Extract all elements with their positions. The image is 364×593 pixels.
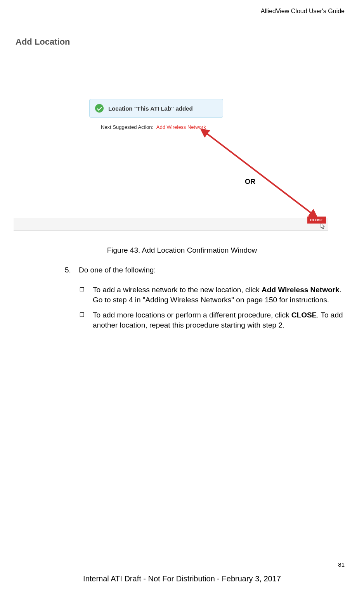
success-text: Location "This ATI Lab" added xyxy=(108,105,193,112)
next-action-label: Next Suggested Action: xyxy=(101,124,153,130)
dialog-footer-bar xyxy=(14,218,328,231)
bullet-text: To add more locations or perform a diffe… xyxy=(93,310,343,330)
bullet-text: To add a wireless network to the new loc… xyxy=(93,285,343,305)
list-item: ❐ To add a wireless network to the new l… xyxy=(80,285,343,305)
step-5: 5. Do one of the following: xyxy=(65,266,344,274)
step-number: 5. xyxy=(65,266,79,274)
cursor-icon xyxy=(320,223,327,230)
embedded-screenshot: Add Location Location "This ATI Lab" add… xyxy=(14,33,328,233)
or-label: OR xyxy=(245,178,255,186)
figure-caption: Figure 43. Add Location Confirmation Win… xyxy=(0,246,364,255)
list-item: ❐ To add more locations or perform a dif… xyxy=(80,310,343,330)
step-text: Do one of the following: xyxy=(79,266,156,274)
page-number: 81 xyxy=(338,561,345,568)
dialog-title: Add Location xyxy=(16,37,70,47)
check-icon xyxy=(95,104,104,113)
annotation-arrow xyxy=(198,128,318,219)
document-footer: Internal ATI Draft - Not For Distributio… xyxy=(0,574,364,583)
bullet-list: ❐ To add a wireless network to the new l… xyxy=(80,285,343,336)
close-button[interactable]: CLOSE xyxy=(307,217,326,224)
bullet-icon: ❐ xyxy=(80,285,93,305)
bullet-icon: ❐ xyxy=(80,310,93,330)
document-header: AlliedView Cloud User's Guide xyxy=(261,8,345,15)
success-notification: Location "This ATI Lab" added xyxy=(89,99,223,118)
add-wireless-network-link[interactable]: Add Wireless Network xyxy=(156,124,206,130)
svg-line-2 xyxy=(204,131,314,215)
next-action-row: Next Suggested Action: Add Wireless Netw… xyxy=(101,124,206,130)
